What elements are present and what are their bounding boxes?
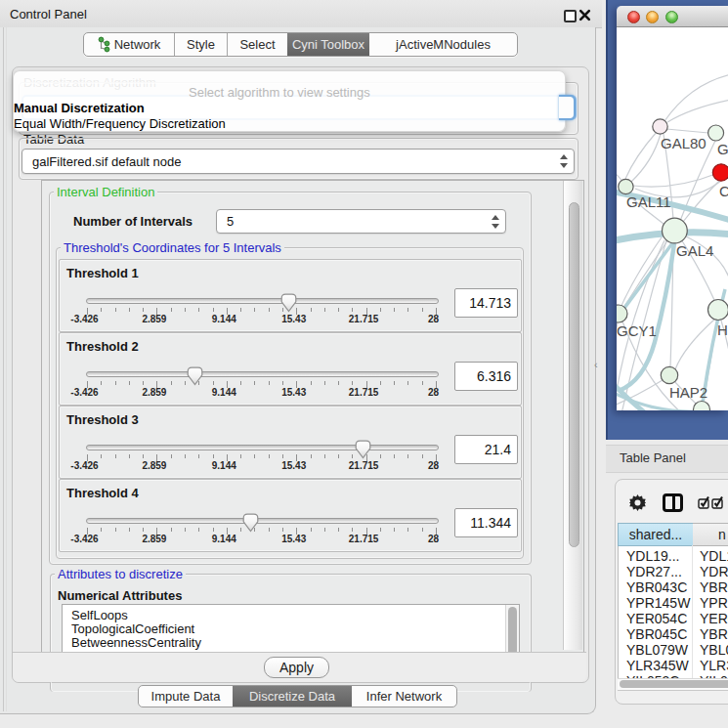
svg-text:H: H	[717, 321, 728, 338]
svg-text:GCY1: GCY1	[617, 322, 657, 339]
svg-text:GAL80: GAL80	[661, 135, 707, 151]
svg-text:C: C	[719, 183, 728, 199]
svg-text:GA: GA	[717, 141, 728, 157]
svg-text:GAL11: GAL11	[626, 193, 671, 210]
svg-text:HAP2: HAP2	[669, 384, 707, 401]
svg-text:GAL4: GAL4	[676, 242, 713, 259]
